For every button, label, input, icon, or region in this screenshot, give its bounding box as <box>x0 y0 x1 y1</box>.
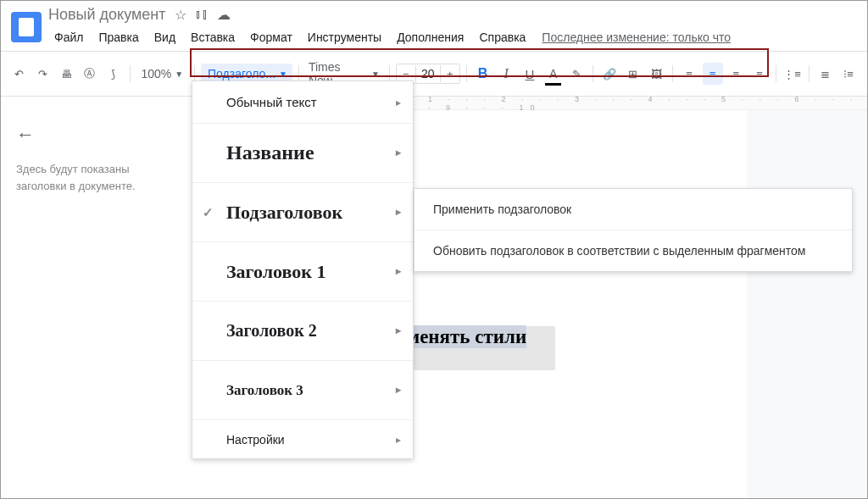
text-color-button[interactable]: A <box>543 63 564 85</box>
style-option-settings[interactable]: Настройки ▸ <box>192 420 413 458</box>
menu-format[interactable]: Формат <box>244 27 298 47</box>
move-icon[interactable]: ⫾⫿ <box>195 7 209 23</box>
chevron-right-icon: ▸ <box>396 265 401 278</box>
align-center-button[interactable]: ≡ <box>703 63 723 85</box>
title-bar: Новый документ ☆ ⫾⫿ ☁ Файл Правка Вид Вс… <box>1 1 867 47</box>
redo-button[interactable]: ↷ <box>33 63 53 85</box>
menu-bar: Файл Правка Вид Вставка Формат Инструмен… <box>48 25 731 47</box>
underline-button[interactable]: U <box>520 63 540 85</box>
star-icon[interactable]: ☆ <box>175 7 186 23</box>
chevron-right-icon: ▸ <box>396 324 401 337</box>
numbered-list-button[interactable]: ≣ <box>815 63 835 85</box>
insert-image-button[interactable]: 🖼 <box>646 63 666 85</box>
menu-insert[interactable]: Вставка <box>185 27 241 47</box>
chevron-right-icon: ▸ <box>396 147 401 159</box>
bulleted-list-button[interactable]: ⁝≡ <box>838 63 859 85</box>
insert-link-button[interactable]: 🔗 <box>599 63 620 85</box>
style-option-title[interactable]: Название ▸ <box>192 124 413 183</box>
menu-view[interactable]: Вид <box>148 27 181 47</box>
docs-logo[interactable] <box>11 12 42 42</box>
bold-button[interactable]: B <box>473 63 493 85</box>
highlight-button[interactable]: ✎ <box>566 63 587 85</box>
cloud-icon[interactable]: ☁ <box>217 7 231 23</box>
print-button[interactable]: 🖶 <box>56 63 76 85</box>
insert-comment-button[interactable]: ⊞ <box>623 63 643 85</box>
style-option-heading1[interactable]: Заголовок 1 ▸ <box>192 242 413 302</box>
zoom-dropdown[interactable]: 100%▼ <box>136 67 188 80</box>
style-option-normal[interactable]: Обычный текст ▸ <box>192 81 413 124</box>
style-option-label: Название <box>226 141 314 164</box>
style-option-heading2[interactable]: Заголовок 2 ▸ <box>192 302 413 361</box>
italic-button[interactable]: I <box>496 63 516 85</box>
menu-tools[interactable]: Инструменты <box>302 27 387 47</box>
outline-empty-text: Здесь будут показаны заголовки в докумен… <box>16 161 181 194</box>
style-option-label: Подзаголовок <box>226 202 342 224</box>
paragraph-style-menu: Обычный текст ▸ Название ▸ ✓ Подзаголово… <box>192 80 414 459</box>
style-option-label: Заголовок 3 <box>226 382 303 399</box>
chevron-right-icon: ▸ <box>396 97 401 108</box>
align-right-button[interactable]: ≡ <box>726 63 747 85</box>
menu-edit[interactable]: Правка <box>92 27 144 47</box>
style-option-heading3[interactable]: Заголовок 3 ▸ <box>192 361 413 420</box>
style-option-label: Заголовок 2 <box>226 321 317 341</box>
sidebar-back-arrow[interactable]: ← <box>16 124 181 146</box>
line-spacing-button[interactable]: ⋮≡ <box>782 63 803 85</box>
chevron-right-icon: ▸ <box>396 206 401 219</box>
main-area: ← Здесь будут показаны заголовки в докум… <box>1 110 867 499</box>
chevron-right-icon: ▸ <box>396 434 401 446</box>
last-change-link[interactable]: Последнее изменение: только что <box>542 27 731 47</box>
submenu-apply-subtitle[interactable]: Применить подзаголовок <box>415 189 852 230</box>
menu-addons[interactable]: Дополнения <box>391 27 470 47</box>
paint-format-button[interactable]: ⟆ <box>103 63 124 85</box>
align-justify-button[interactable]: ≡ <box>749 63 770 85</box>
align-left-button[interactable]: ≡ <box>679 63 699 85</box>
check-icon: ✓ <box>203 205 214 220</box>
style-option-label: Настройки <box>226 433 285 446</box>
font-size-increase[interactable]: + <box>441 64 459 83</box>
undo-button[interactable]: ↶ <box>9 63 30 85</box>
document-title[interactable]: Новый документ <box>48 6 166 24</box>
toolbar: ↶ ↷ 🖶 Ⓐ ⟆ 100%▼ Подзаголо...▼ Times New.… <box>1 51 867 97</box>
submenu-update-subtitle[interactable]: Обновить подзаголовок в соответствии с в… <box>415 230 852 271</box>
chevron-right-icon: ▸ <box>396 384 401 396</box>
font-size-value[interactable]: 20 <box>415 65 441 82</box>
menu-file[interactable]: Файл <box>48 27 89 47</box>
menu-help[interactable]: Справка <box>473 27 531 47</box>
outline-sidebar: ← Здесь будут показаны заголовки в докум… <box>1 110 196 499</box>
style-submenu: Применить подзаголовок Обновить подзагол… <box>414 188 853 272</box>
style-option-label: Заголовок 1 <box>226 261 326 283</box>
style-option-label: Обычный текст <box>226 95 317 109</box>
style-option-subtitle[interactable]: ✓ Подзаголовок ▸ <box>192 183 413 242</box>
spellcheck-button[interactable]: Ⓐ <box>80 63 100 85</box>
